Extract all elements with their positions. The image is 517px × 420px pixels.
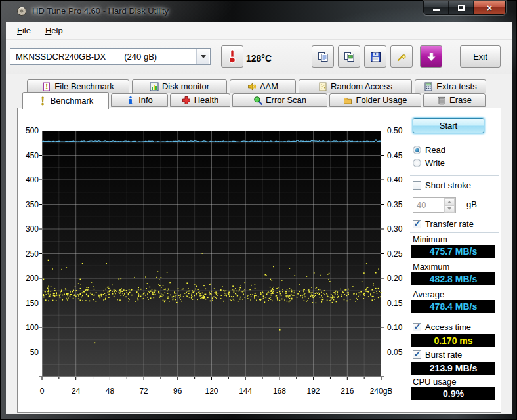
- access-time-checkbox[interactable]: [413, 323, 421, 331]
- exit-label: Exit: [473, 52, 487, 62]
- tab-label: AAM: [260, 81, 278, 91]
- title-bar[interactable]: HD Tune Pro 4.60 - Hard Disk Utility ×: [1, 1, 516, 22]
- access-time-row[interactable]: Access time: [413, 322, 471, 332]
- cpu-usage-value: 0.9%: [443, 388, 464, 399]
- close-button[interactable]: ×: [474, 1, 505, 14]
- burst-rate-label: Burst rate: [425, 350, 462, 360]
- hard-disk-icon: [16, 6, 27, 16]
- extra-tests-icon: [424, 82, 433, 91]
- close-icon: ×: [487, 3, 492, 12]
- erase-icon: [437, 96, 446, 105]
- short-stroke-label: Short stroke: [425, 180, 471, 190]
- tab-random-access[interactable]: Random Access: [299, 79, 412, 93]
- start-label: Start: [440, 121, 457, 131]
- read-radio[interactable]: [413, 146, 421, 154]
- minimum-value: 475.7 MB/s: [430, 246, 477, 257]
- burst-rate-value-box: 213.9 MB/s: [411, 362, 495, 375]
- average-value-box: 478.4 MB/s: [411, 300, 495, 313]
- write-label: Write: [425, 158, 445, 168]
- update-button[interactable]: [420, 45, 442, 68]
- cpu-usage-value-box: 0.9%: [411, 387, 495, 400]
- maximize-button[interactable]: [449, 1, 474, 14]
- short-stroke-unit: gB: [466, 200, 477, 209]
- tab-benchmark[interactable]: Benchmark: [22, 92, 109, 109]
- folder-usage-icon: [343, 96, 352, 105]
- maximize-icon: [458, 5, 465, 10]
- drive-capacity: (240 gB): [124, 52, 157, 62]
- exit-button[interactable]: Exit: [460, 45, 501, 68]
- start-button[interactable]: Start: [413, 118, 484, 133]
- separator: [410, 232, 499, 233]
- thermometer-icon: [228, 49, 237, 64]
- tab-label: Extra tests: [436, 81, 476, 91]
- tab-folder-usage[interactable]: Folder Usage: [329, 93, 421, 107]
- transfer-rate-checkbox[interactable]: [413, 220, 421, 228]
- burst-rate-value: 213.9 MB/s: [430, 363, 477, 373]
- short-stroke-value: 40: [417, 200, 426, 210]
- drive-selector[interactable]: MKNSSDCR240GB-DX (240 gB): [10, 48, 211, 65]
- copy-image-button[interactable]: [338, 45, 360, 68]
- access-time-label: Access time: [425, 322, 471, 332]
- benchmark-controls: Start Read Write Short stroke 40: [409, 114, 501, 413]
- info-icon: [126, 96, 135, 105]
- spin-up-button[interactable]: [444, 198, 455, 205]
- short-stroke-size-field[interactable]: 40: [413, 197, 456, 213]
- tab-label: Health: [194, 95, 219, 105]
- app-window: HD Tune Pro 4.60 - Hard Disk Utility × F…: [0, 0, 517, 420]
- maximum-value: 482.8 MB/s: [430, 274, 477, 284]
- temperature-button[interactable]: [221, 45, 243, 68]
- tab-health[interactable]: Health: [170, 93, 230, 107]
- burst-rate-row[interactable]: Burst rate: [413, 350, 462, 360]
- window-controls: ×: [423, 1, 506, 15]
- tab-info[interactable]: Info: [111, 93, 168, 107]
- tab-label: Info: [138, 95, 153, 105]
- drive-name: MKNSSDCR240GB-DX: [16, 52, 106, 62]
- error-scan-icon: [253, 96, 262, 105]
- chevron-down-icon: [196, 49, 209, 64]
- transfer-rate-label: Transfer rate: [425, 219, 474, 229]
- tab-aam[interactable]: AAM: [230, 79, 296, 93]
- benchmark-icon: [38, 96, 47, 106]
- short-stroke-checkbox[interactable]: [413, 181, 421, 190]
- transfer-rate-row[interactable]: Transfer rate: [413, 219, 474, 229]
- tab-extra-tests[interactable]: Extra tests: [415, 79, 486, 93]
- copy-text-button[interactable]: [312, 45, 334, 68]
- separator: [410, 318, 499, 318]
- save-icon: [370, 51, 381, 62]
- options-icon: [396, 51, 407, 62]
- minimize-button[interactable]: [424, 1, 449, 14]
- average-value: 478.4 MB/s: [430, 301, 477, 312]
- read-radio-row[interactable]: Read: [413, 145, 445, 155]
- tab-label: Erase: [449, 95, 472, 105]
- cpu-usage-label: CPU usage: [413, 377, 456, 387]
- tab-label: Random Access: [331, 81, 392, 91]
- tab-label: File Benchmark: [54, 81, 114, 91]
- options-button[interactable]: [390, 45, 413, 68]
- maximum-label: Maximum: [413, 262, 449, 272]
- average-label: Average: [413, 289, 444, 299]
- menu-file[interactable]: File: [10, 22, 38, 39]
- burst-rate-checkbox[interactable]: [413, 350, 421, 359]
- short-stroke-row[interactable]: Short stroke: [413, 180, 471, 190]
- read-label: Read: [425, 145, 445, 155]
- random-access-icon: [318, 82, 327, 91]
- spin-down-button[interactable]: [444, 205, 455, 213]
- disk-monitor-icon: [150, 82, 159, 91]
- tab-error-scan[interactable]: Error Scan: [232, 93, 327, 107]
- temperature-value: 128°C: [246, 53, 272, 64]
- tab-file-benchmark[interactable]: File Benchmark: [27, 79, 129, 93]
- access-time-value-box: 0.170 ms: [411, 334, 495, 347]
- benchmark-plot: [39, 131, 384, 381]
- save-button[interactable]: [364, 45, 386, 68]
- tab-disk-monitor[interactable]: Disk monitor: [132, 79, 227, 93]
- write-radio-row[interactable]: Write: [413, 158, 445, 168]
- access-time-value: 0.170 ms: [434, 335, 472, 346]
- menu-help[interactable]: Help: [38, 22, 70, 39]
- separator: [410, 140, 499, 140]
- tab-label: Error Scan: [266, 95, 306, 105]
- toolbar: MKNSSDCR240GB-DX (240 gB) 128°C: [6, 40, 512, 74]
- tab-erase[interactable]: Erase: [423, 93, 486, 107]
- tab-label: Folder Usage: [356, 95, 407, 105]
- spinner-buttons: [444, 198, 455, 211]
- write-radio[interactable]: [413, 159, 421, 167]
